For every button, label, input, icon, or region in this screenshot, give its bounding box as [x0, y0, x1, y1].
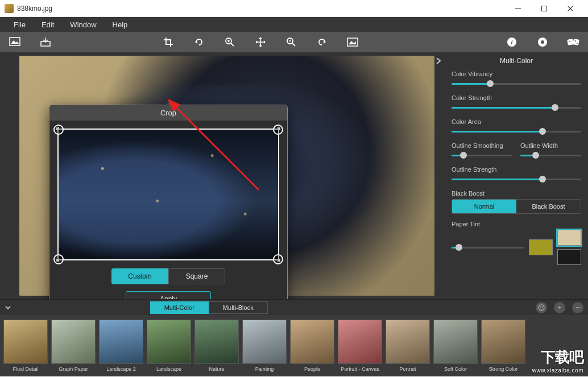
- crop-panel-title: Crop: [49, 105, 287, 121]
- preset-item[interactable]: Graph Paper: [51, 320, 96, 372]
- preset-label: Soft Color: [444, 366, 467, 372]
- preset-add-button[interactable]: +: [554, 302, 565, 313]
- crop-custom-button[interactable]: Custom: [111, 268, 168, 284]
- app-icon: [5, 4, 14, 13]
- tint-swatch-3[interactable]: [557, 249, 581, 265]
- rotate-right-button[interactable]: [313, 34, 331, 50]
- settings-button[interactable]: [533, 34, 552, 50]
- preset-label: Nature: [209, 366, 224, 372]
- zoom-in-button[interactable]: [221, 34, 239, 50]
- outline-strength-label: Outline Strength: [452, 166, 581, 173]
- crop-aspect-toggle: Custom Square: [57, 268, 279, 284]
- window-title: 838kmo.jpg: [17, 5, 505, 13]
- crop-apply-button[interactable]: Apply: [126, 291, 211, 299]
- crop-preview-art: [59, 130, 278, 259]
- preset-label: Portrait - Canvas: [341, 366, 379, 372]
- open-image-button[interactable]: [6, 34, 24, 50]
- vibrancy-slider[interactable]: [452, 80, 581, 88]
- preset-label: Graph Paper: [59, 366, 88, 372]
- preset-thumb: [386, 320, 430, 364]
- preset-item[interactable]: Portrait - Canvas: [338, 320, 382, 372]
- preset-thumb: [99, 320, 143, 364]
- side-panel-title: Multi-Color: [452, 57, 581, 65]
- menu-window[interactable]: Window: [62, 18, 104, 31]
- rotate-left-button[interactable]: [190, 34, 208, 50]
- svg-point-21: [541, 40, 544, 44]
- preset-manage-button[interactable]: [536, 302, 547, 313]
- preset-strip[interactable]: Fluid Detail Graph Paper Landscape 2 Lan…: [0, 315, 588, 376]
- info-button[interactable]: i: [503, 34, 521, 50]
- menu-help[interactable]: Help: [105, 18, 136, 31]
- vibrancy-group: Color Vibrancy: [452, 71, 581, 88]
- window-controls: [505, 0, 583, 17]
- preset-item[interactable]: Fluid Detail: [3, 320, 48, 372]
- crop-panel-pointer: [165, 100, 176, 105]
- preset-thumb: [290, 320, 334, 364]
- svg-marker-17: [349, 41, 356, 44]
- crop-preview[interactable]: [57, 129, 279, 260]
- preset-item[interactable]: Strong Color: [481, 320, 525, 372]
- black-boost-boost[interactable]: Black Boost: [516, 200, 581, 213]
- side-panel: Multi-Color Color Vibrancy Color Strengt…: [445, 52, 588, 299]
- pan-button[interactable]: [251, 34, 270, 50]
- crop-button[interactable]: [159, 34, 177, 50]
- crop-handle-top-right[interactable]: [273, 125, 283, 135]
- preset-label: Painting: [255, 366, 274, 372]
- preset-thumb: [147, 320, 191, 364]
- tab-multi-block[interactable]: Multi-Block: [209, 301, 268, 314]
- area-group: Color Area: [452, 118, 581, 135]
- preset-item[interactable]: Portrait: [386, 320, 430, 372]
- outline-width-group: Outline Width: [520, 142, 581, 159]
- svg-point-25: [575, 40, 576, 42]
- svg-rect-23: [573, 39, 579, 45]
- maximize-button[interactable]: [531, 0, 557, 17]
- filter-bar: Multi-Color Multi-Block + −: [0, 299, 588, 315]
- filter-collapse-button[interactable]: [5, 304, 16, 311]
- preset-item[interactable]: Painting: [242, 320, 287, 372]
- canvas-area[interactable]: Crop Custom Square Apply: [0, 52, 445, 299]
- area-slider[interactable]: [452, 127, 581, 135]
- menu-edit[interactable]: Edit: [34, 18, 62, 31]
- crop-handle-bottom-left[interactable]: [53, 254, 64, 264]
- tint-swatch-1[interactable]: [529, 239, 553, 255]
- area-label: Color Area: [452, 118, 581, 125]
- paper-tint-slider[interactable]: [452, 243, 524, 251]
- paper-tint-label: Paper Tint: [452, 221, 581, 227]
- close-button[interactable]: [557, 0, 583, 17]
- strength-slider[interactable]: [452, 103, 581, 111]
- strength-label: Color Strength: [452, 94, 581, 101]
- tab-multi-color[interactable]: Multi-Color: [150, 301, 209, 314]
- crop-handle-bottom-right[interactable]: [273, 254, 283, 264]
- svg-rect-1: [542, 6, 547, 11]
- preset-label: Strong Color: [489, 366, 518, 372]
- smoothing-slider[interactable]: [452, 151, 512, 159]
- preset-item[interactable]: People: [290, 320, 334, 372]
- svg-line-9: [231, 43, 234, 46]
- preset-thumb: [242, 320, 287, 364]
- expand-panel-button[interactable]: [434, 57, 442, 65]
- outline-width-slider[interactable]: [520, 151, 581, 159]
- crop-handle-top-left[interactable]: [53, 125, 64, 135]
- preset-remove-button[interactable]: −: [572, 302, 583, 313]
- titlebar: 838kmo.jpg: [0, 0, 588, 17]
- crop-panel: Crop Custom Square Apply: [49, 105, 288, 299]
- randomize-button[interactable]: [564, 34, 582, 50]
- preset-thumb: [3, 320, 48, 364]
- crop-square-button[interactable]: Square: [168, 268, 225, 284]
- preset-item[interactable]: Soft Color: [433, 320, 478, 372]
- tint-swatch-2[interactable]: [557, 230, 581, 246]
- zoom-out-button[interactable]: [282, 34, 300, 50]
- black-boost-normal[interactable]: Normal: [452, 200, 516, 213]
- compare-button[interactable]: [343, 34, 362, 50]
- preset-item[interactable]: Landscape: [147, 320, 191, 372]
- menu-file[interactable]: File: [6, 18, 34, 31]
- menubar: File Edit Window Help: [0, 17, 588, 32]
- save-button[interactable]: [36, 34, 55, 50]
- black-boost-group: Black Boost Normal Black Boost: [452, 190, 581, 214]
- preset-item[interactable]: Landscape 2: [99, 320, 143, 372]
- vibrancy-label: Color Vibrancy: [452, 71, 581, 77]
- outline-strength-slider[interactable]: [452, 175, 581, 183]
- outline-strength-group: Outline Strength: [452, 166, 581, 183]
- minimize-button[interactable]: [505, 0, 531, 17]
- preset-item[interactable]: Nature: [194, 320, 239, 372]
